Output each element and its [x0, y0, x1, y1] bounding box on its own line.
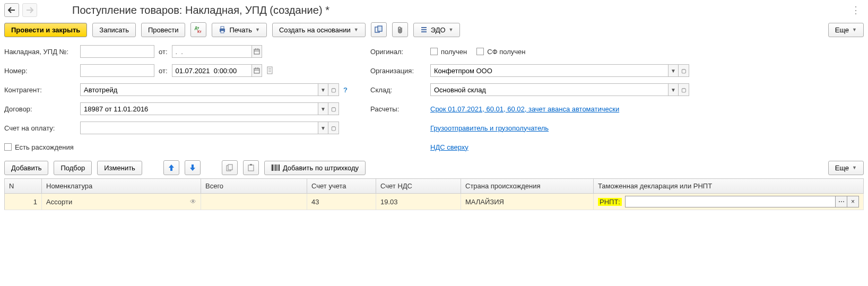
nakladnaya-number-input[interactable]: [80, 45, 154, 58]
calendar-icon[interactable]: [251, 64, 262, 77]
checkbox-icon: [430, 48, 438, 55]
preview-icon[interactable]: 👁: [190, 198, 196, 205]
ot-label-2: от:: [159, 67, 168, 75]
poluchen-label: получен: [441, 48, 467, 56]
ot-label-1: от:: [159, 48, 168, 56]
copy-button[interactable]: [222, 160, 238, 175]
raschety-label: Расчеты:: [370, 105, 426, 113]
divergence-label: Есть расхождения: [15, 143, 74, 151]
open-ref-button[interactable]: ▢: [679, 83, 689, 96]
cell-nomenclature[interactable]: Ассорти 👁: [42, 194, 201, 210]
sf-poluchen-label: СФ получен: [487, 48, 525, 56]
help-icon[interactable]: ?: [343, 86, 348, 94]
open-ref-button[interactable]: ▢: [328, 83, 339, 96]
cell-declaration[interactable]: РНПТ: ⋯ ×: [594, 194, 864, 210]
attach-button[interactable]: [392, 22, 408, 37]
create-based-label: Создать на основании: [279, 26, 351, 34]
open-ref-button[interactable]: ▢: [328, 102, 339, 115]
col-declaration[interactable]: Таможенная декларация или РНПТ: [594, 179, 864, 194]
original-label: Оригинал:: [370, 48, 426, 56]
divergence-checkbox[interactable]: Есть расхождения: [4, 143, 74, 151]
related-docs-button[interactable]: [371, 22, 387, 37]
col-country[interactable]: Страна происхождения: [461, 179, 594, 194]
rnpt-input[interactable]: [625, 196, 836, 207]
rnpt-label: РНПТ:: [598, 198, 622, 206]
chevron-down-icon: ▼: [354, 27, 359, 32]
schet-input[interactable]: [80, 122, 318, 134]
svg-text:Кт: Кт: [197, 30, 202, 33]
kontragent-label: Контрагент:: [4, 86, 76, 94]
more-button[interactable]: Еще ▼: [828, 23, 864, 37]
edit-button[interactable]: Изменить: [97, 161, 142, 175]
post-button[interactable]: Провести: [141, 23, 186, 37]
svg-rect-14: [254, 68, 259, 73]
table-more-button[interactable]: Еще ▼: [828, 161, 864, 175]
org-input[interactable]: [430, 64, 668, 77]
select-button[interactable]: Подбор: [54, 161, 92, 175]
dropdown-button[interactable]: ▼: [318, 83, 328, 96]
cell-nds-account[interactable]: 19.03: [376, 194, 461, 210]
nav-forward-button[interactable]: [22, 3, 37, 17]
chevron-down-icon: ▼: [852, 165, 857, 170]
cell-total[interactable]: [201, 194, 307, 210]
kebab-menu-icon[interactable]: ⋮: [848, 4, 864, 16]
nakladnaya-label: Накладная, УПД №:: [4, 48, 76, 56]
gruz-link[interactable]: Грузоотправитель и грузополучатель: [430, 124, 549, 132]
nav-back-button[interactable]: [4, 3, 19, 17]
open-ref-button[interactable]: ▢: [679, 64, 689, 77]
chevron-down-icon: ▼: [449, 27, 454, 32]
move-down-button[interactable]: [185, 160, 201, 175]
dropdown-button[interactable]: ▼: [668, 64, 679, 77]
col-account[interactable]: Счет учета: [307, 179, 376, 194]
dropdown-button[interactable]: ▼: [318, 122, 328, 134]
print-button[interactable]: Печать ▼: [212, 23, 267, 37]
sklad-input[interactable]: [430, 83, 668, 96]
cell-nom-value: Ассорти: [46, 198, 72, 206]
svg-rect-7: [421, 29, 427, 30]
post-and-close-button[interactable]: Провести и закрыть: [4, 23, 87, 37]
add-by-barcode-button[interactable]: Добавить по штрихкоду: [264, 161, 366, 175]
print-label: Печать: [229, 26, 252, 34]
svg-rect-6: [378, 26, 382, 31]
add-row-button[interactable]: Добавить: [4, 161, 48, 175]
cell-account[interactable]: 43: [307, 194, 376, 210]
create-based-on-button[interactable]: Создать на основании ▼: [272, 23, 366, 37]
sf-poluchen-checkbox[interactable]: СФ получен: [476, 48, 525, 56]
kontragent-input[interactable]: [80, 83, 318, 96]
edo-button[interactable]: ЭДО ▼: [413, 23, 461, 37]
cell-n: 1: [5, 194, 42, 210]
table-row[interactable]: 1 Ассорти 👁 43 19.03 МАЛАЙЗИЯ РНПТ: ⋯ ×: [5, 194, 864, 210]
dropdown-button[interactable]: ▼: [318, 102, 328, 115]
nds-link[interactable]: НДС сверху: [430, 143, 468, 151]
dropdown-button[interactable]: ▼: [668, 83, 679, 96]
move-up-button[interactable]: [163, 160, 179, 175]
nomer-date-input[interactable]: [172, 64, 251, 77]
svg-rect-8: [421, 27, 427, 28]
paste-button[interactable]: [243, 160, 259, 175]
poluchen-checkbox[interactable]: получен: [430, 48, 467, 56]
items-table: N Номенклатура Всего Счет учета Счет НДС…: [4, 178, 864, 210]
page-title: Поступление товаров: Накладная, УПД (соз…: [72, 4, 329, 16]
more-label: Еще: [835, 26, 849, 34]
svg-rect-10: [254, 49, 259, 54]
cell-country[interactable]: МАЛАЙЗИЯ: [461, 194, 594, 210]
raschety-link[interactable]: Срок 01.07.2021, 60.01, 60.02, зачет ава…: [430, 105, 619, 113]
col-nds-account[interactable]: Счет НДС: [376, 179, 461, 194]
nomer-label: Номер:: [4, 67, 76, 75]
col-nomenclature[interactable]: Номенклатура: [42, 179, 201, 194]
col-total[interactable]: Всего: [201, 179, 307, 194]
nakladnaya-date-input[interactable]: [172, 45, 251, 58]
table-more-label: Еще: [835, 164, 849, 172]
dogovor-input[interactable]: [80, 102, 318, 115]
clear-value-button[interactable]: ×: [847, 196, 859, 207]
select-value-button[interactable]: ⋯: [836, 196, 847, 207]
calendar-icon[interactable]: [251, 45, 262, 58]
nomer-input[interactable]: [80, 64, 154, 77]
document-icon[interactable]: [266, 66, 275, 75]
edo-label: ЭДО: [431, 26, 446, 34]
dt-kt-button[interactable]: ДтКт: [190, 22, 206, 37]
col-n[interactable]: N: [5, 179, 42, 194]
save-button[interactable]: Записать: [92, 23, 136, 37]
open-ref-button[interactable]: ▢: [328, 122, 339, 134]
checkbox-icon: [4, 143, 12, 151]
